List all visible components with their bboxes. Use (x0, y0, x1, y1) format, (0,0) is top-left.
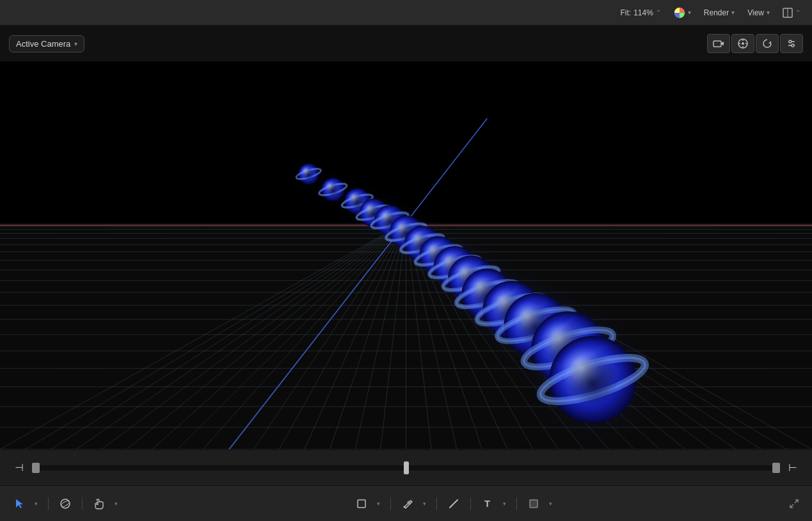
shape-tool-group: ▾ (351, 495, 384, 513)
timeline-marker-end (772, 463, 780, 473)
pan-tool-group: ▾ (89, 495, 122, 513)
pen-icon (402, 498, 413, 509)
svg-line-22 (450, 500, 458, 508)
separator-3 (390, 497, 391, 510)
select-tool-dropdown[interactable]: ▾ (31, 498, 42, 509)
timeline-bar: ⊣ ⊢ (0, 449, 812, 485)
pen-tool-button[interactable] (397, 495, 418, 513)
orbit-tool-button[interactable] (55, 495, 76, 513)
pen-dropdown-arrow-icon: ▾ (423, 501, 426, 507)
orbit-icon (60, 498, 71, 509)
camera-label: Active Camera (16, 39, 70, 49)
render-label: Render (704, 8, 729, 17)
fit-control[interactable]: Fit: 114% ⌃ (616, 6, 664, 19)
timeline-start-button[interactable]: ⊣ (9, 459, 29, 477)
viewport-right-controls (707, 34, 803, 53)
rect-icon (356, 499, 367, 509)
color-dropdown-arrow-icon: ▾ (549, 501, 552, 507)
view-button[interactable]: View ▾ (744, 6, 774, 19)
pen-tool-dropdown[interactable]: ▾ (419, 498, 430, 509)
shape-dropdown-arrow-icon: ▾ (377, 501, 380, 507)
color-tool-button[interactable] (523, 495, 544, 513)
svg-point-6 (742, 42, 744, 45)
color-mode-arrow-icon: ▾ (688, 9, 691, 16)
color-mode-button[interactable]: ▾ (670, 5, 695, 20)
camera-chevron-icon: ▾ (74, 40, 77, 47)
view-arrow-icon: ▾ (767, 9, 770, 16)
select-tool-button[interactable] (9, 495, 29, 513)
line-icon (448, 498, 459, 509)
fit-arrow-icon: ⌃ (656, 9, 661, 16)
layout-arrow-icon: ⌃ (795, 9, 800, 16)
fit-value: 114% (633, 8, 653, 17)
pan-tool-dropdown[interactable]: ▾ (111, 498, 122, 509)
text-tool-dropdown[interactable]: ▾ (499, 498, 510, 509)
pan-tool-button[interactable] (89, 495, 109, 513)
separator-1 (48, 497, 49, 510)
svg-rect-19 (358, 500, 365, 508)
sliders-icon (787, 39, 796, 48)
canvas-area[interactable] (0, 61, 812, 449)
timeline-end-button[interactable]: ⊢ (783, 459, 803, 477)
expand-icon (788, 498, 800, 509)
render-button[interactable]: Render ▾ (700, 6, 738, 19)
timeline-marker-current[interactable] (404, 461, 409, 474)
tools-bar: ▾ ▾ ▾ (0, 485, 812, 521)
expand-button[interactable] (785, 495, 803, 513)
svg-point-15 (792, 44, 794, 47)
render-arrow-icon: ▾ (731, 9, 735, 16)
reset-button[interactable] (756, 34, 779, 53)
svg-point-14 (789, 40, 792, 43)
select-tool-group: ▾ (9, 495, 42, 513)
text-dropdown-arrow-icon: ▾ (503, 501, 506, 507)
separator-2 (82, 497, 83, 510)
fit-label: Fit: (620, 8, 631, 17)
separator-6 (516, 497, 517, 510)
arrow-select-icon (15, 499, 24, 509)
svg-rect-3 (713, 41, 721, 47)
shape-tool-button[interactable] (351, 495, 372, 513)
text-tool-group: T ▾ (477, 495, 510, 513)
reset-icon (762, 38, 772, 49)
pan-dropdown-arrow-icon: ▾ (115, 501, 118, 507)
viewport-controls: Active Camera ▾ (0, 26, 812, 61)
shape-tool-dropdown[interactable]: ▾ (373, 498, 384, 509)
camera-icon (713, 39, 724, 48)
camera-view-button[interactable] (707, 34, 730, 53)
timeline-marker-start (32, 463, 40, 473)
svg-marker-16 (16, 499, 23, 508)
timeline-track[interactable] (36, 465, 776, 470)
separator-5 (470, 497, 471, 510)
top-bar: Fit: 114% ⌃ ▾ Render ▾ View ▾ ⌃ (0, 0, 812, 26)
hand-icon (93, 498, 105, 509)
3d-viewport-canvas[interactable] (0, 61, 812, 449)
svg-marker-11 (768, 41, 771, 44)
select-dropdown-arrow-icon: ▾ (35, 501, 38, 507)
separator-4 (436, 497, 437, 510)
compass-icon (737, 38, 749, 49)
svg-rect-23 (530, 500, 537, 508)
viewport-wrapper: Active Camera ▾ (0, 26, 812, 485)
svg-point-21 (403, 506, 405, 508)
layout-button[interactable]: ⌃ (779, 6, 804, 20)
options-button[interactable] (780, 34, 803, 53)
color-wheel-icon (674, 7, 685, 19)
camera-selector[interactable]: Active Camera ▾ (9, 35, 84, 52)
layout-icon (783, 8, 793, 18)
color-tool-dropdown[interactable]: ▾ (545, 498, 556, 509)
pen-tool-group: ▾ (397, 495, 430, 513)
text-tool-button[interactable]: T (477, 495, 498, 513)
line-tool-button[interactable] (443, 495, 464, 513)
color-tool-group: ▾ (523, 495, 556, 513)
color-fill-icon (529, 499, 539, 509)
view-label: View (747, 8, 764, 17)
navigation-button[interactable] (731, 34, 754, 53)
